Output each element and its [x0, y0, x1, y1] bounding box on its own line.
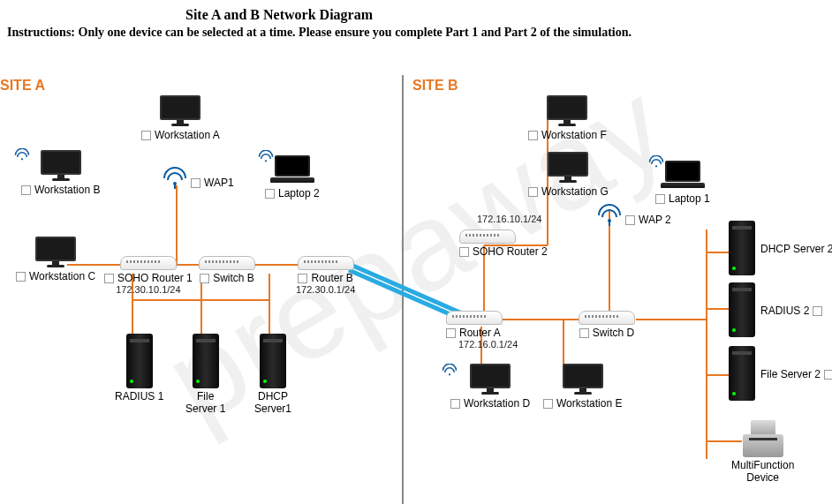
checkbox[interactable]: [543, 399, 553, 409]
checkbox[interactable]: [528, 131, 538, 140]
checkbox[interactable]: [450, 399, 460, 409]
page-title: Site A and B Network Diagram: [185, 7, 373, 23]
wifi-icon: [14, 148, 30, 161]
dhcp-server-1[interactable]: DHCP Server1: [254, 334, 291, 415]
device-label: Switch B: [213, 272, 254, 284]
workstation-c[interactable]: Workstation C: [16, 237, 95, 282]
svg-point-23: [21, 158, 23, 160]
file-server-1[interactable]: File Server 1: [185, 334, 225, 415]
workstation-b[interactable]: Workstation B: [21, 150, 100, 196]
switch-icon: [199, 256, 255, 270]
monitor-icon: [35, 237, 76, 268]
laptop-1[interactable]: Laptop 1: [655, 161, 710, 205]
device-label: SOHO Router 1: [117, 272, 193, 284]
wifi-icon: [442, 364, 458, 376]
svg-point-27: [655, 165, 657, 167]
laptop-icon: [270, 155, 314, 185]
file-server-2[interactable]: File Server 2: [729, 346, 832, 401]
checkbox[interactable]: [446, 328, 456, 338]
workstation-e[interactable]: Workstation E: [543, 364, 622, 410]
connection-lines: [0, 0, 832, 504]
device-label: Workstation C: [29, 270, 95, 282]
workstation-a[interactable]: Workstation A: [141, 95, 220, 141]
laptop-icon: [661, 161, 705, 191]
laptop-2[interactable]: Laptop 2: [265, 155, 320, 199]
checkbox[interactable]: [625, 215, 635, 225]
monitor-icon: [160, 95, 200, 127]
multifunction-device[interactable]: MultiFunction Device: [731, 420, 794, 484]
workstation-g[interactable]: Workstation G: [528, 152, 609, 198]
device-label: Workstation D: [464, 397, 530, 410]
checkbox[interactable]: [298, 274, 307, 283]
radius-1[interactable]: RADIUS 1: [115, 334, 163, 402]
switch-d[interactable]: Switch D: [579, 311, 635, 339]
device-label: Router A: [459, 327, 501, 339]
monitor-icon: [548, 152, 588, 184]
device-label: Workstation B: [34, 184, 100, 196]
printer-icon: [743, 420, 783, 457]
soho-router-2[interactable]: 172.16.10.1/24 SOHO Router 2: [459, 235, 548, 258]
wap-1[interactable]: WAP1: [161, 166, 189, 189]
checkbox[interactable]: [579, 328, 589, 338]
device-label: MultiFunction Device: [731, 459, 794, 484]
router-icon: [120, 256, 177, 270]
instructions-text: Instructions: Only one device can be sel…: [7, 25, 775, 41]
device-label: RADIUS 2: [760, 305, 809, 317]
device-label: Workstation A: [155, 129, 220, 141]
dhcp-server-2[interactable]: DHCP Server 2: [729, 221, 832, 275]
device-label: Router B: [311, 272, 352, 284]
checkbox[interactable]: [528, 187, 538, 197]
device-label: File Server 1: [185, 390, 225, 415]
svg-point-26: [265, 160, 267, 162]
checkbox[interactable]: [200, 274, 209, 283]
ip-label: 172.16.10.1/24: [477, 214, 541, 224]
router-icon: [459, 229, 516, 244]
switch-b[interactable]: Switch B: [199, 256, 255, 284]
device-label: WAP 2: [639, 214, 671, 226]
device-label: Workstation G: [541, 185, 609, 198]
server-icon: [260, 334, 286, 388]
device-label: DHCP Server 2: [760, 243, 832, 255]
device-label: Workstation F: [541, 129, 607, 141]
wap-icon: [595, 203, 624, 226]
device-label: RADIUS 1: [115, 390, 163, 402]
wap-2[interactable]: WAP 2: [595, 203, 624, 226]
server-icon: [729, 221, 755, 275]
device-label: DHCP Server1: [254, 390, 291, 415]
ip-label: 172.30.0.1/24: [296, 284, 355, 295]
monitor-icon: [563, 364, 603, 395]
radius-2[interactable]: RADIUS 2: [729, 282, 822, 337]
server-icon: [729, 346, 755, 401]
checkbox[interactable]: [265, 189, 275, 199]
checkbox[interactable]: [104, 274, 114, 283]
checkbox[interactable]: [655, 194, 665, 204]
ip-label: 172.16.0.1/24: [458, 339, 518, 350]
server-icon: [729, 282, 755, 337]
svg-point-30: [449, 373, 450, 375]
checkbox[interactable]: [141, 131, 151, 140]
soho-router-1[interactable]: SOHO Router 1 172.30.10.1/24: [104, 256, 193, 295]
device-label: Laptop 1: [669, 192, 710, 205]
checkbox[interactable]: [191, 178, 200, 188]
checkbox[interactable]: [459, 247, 469, 257]
router-b[interactable]: Router B 172.30.0.1/24: [296, 256, 355, 295]
workstation-d[interactable]: Workstation D: [450, 364, 530, 410]
site-a-label: SITE A: [0, 78, 45, 94]
device-label: SOHO Router 2: [473, 245, 548, 258]
device-label: Switch D: [593, 327, 634, 339]
wap-icon: [161, 166, 189, 189]
checkbox[interactable]: [813, 306, 822, 316]
router-a[interactable]: Router A 172.16.0.1/24: [446, 311, 518, 350]
server-icon: [126, 334, 153, 388]
device-label: Laptop 2: [278, 187, 320, 199]
checkbox[interactable]: [824, 370, 832, 380]
switch-icon: [579, 311, 635, 325]
monitor-icon: [470, 364, 511, 395]
device-label: File Server 2: [760, 368, 821, 380]
checkbox[interactable]: [21, 185, 31, 195]
site-b-label: SITE B: [412, 78, 458, 94]
router-icon: [446, 311, 503, 325]
site-divider: [402, 75, 404, 504]
workstation-f[interactable]: Workstation F: [528, 95, 607, 141]
checkbox[interactable]: [16, 272, 26, 282]
